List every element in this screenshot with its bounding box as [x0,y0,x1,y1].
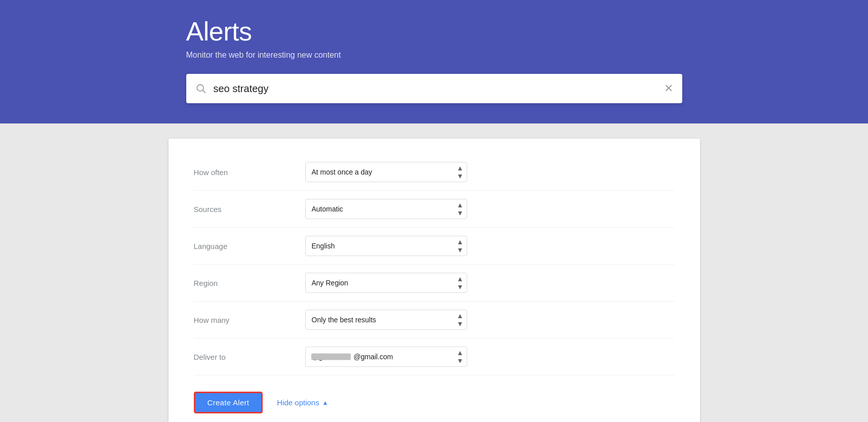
page-title: Alerts [186,16,682,47]
sources-select[interactable]: Automatic News Blogs Web Video Books Dis… [305,199,467,219]
search-input[interactable] [214,83,664,95]
sources-select-wrapper: Automatic News Blogs Web Video Books Dis… [305,199,467,219]
language-row: Language English Spanish French German C… [194,228,675,265]
language-select-wrapper: English Spanish French German Chinese Ja… [305,236,467,256]
how-often-label: How often [194,168,305,177]
page-header: Alerts Monitor the web for interesting n… [0,0,868,123]
region-select-wrapper: Any Region United States United Kingdom … [305,273,467,293]
main-content: How often At most once a day As-it-happe… [0,123,868,422]
footer-row: Create Alert Hide options ▲ [194,388,675,413]
language-label: Language [194,242,305,250]
language-select[interactable]: English Spanish French German Chinese Ja… [305,236,467,256]
how-many-row: How many Only the best results All resul… [194,302,675,339]
svg-line-1 [202,90,205,93]
options-card: How often At most once a day As-it-happe… [169,139,700,422]
region-label: Region [194,279,305,287]
how-many-label: How many [194,316,305,324]
deliver-to-row: Deliver to @gmail.com ▴▾ [194,339,675,375]
sources-label: Sources [194,205,305,214]
sources-row: Sources Automatic News Blogs Web Video B… [194,191,675,228]
deliver-to-select[interactable]: @gmail.com [305,347,467,367]
region-select[interactable]: Any Region United States United Kingdom … [305,273,467,293]
how-often-row: How often At most once a day As-it-happe… [194,154,675,191]
hide-options-button[interactable]: Hide options ▲ [277,398,328,407]
deliver-to-select-wrapper: @gmail.com ▴▾ [305,347,467,367]
page-subtitle: Monitor the web for interesting new cont… [186,51,682,60]
clear-icon[interactable]: ✕ [664,82,673,95]
hide-options-arrow-icon: ▲ [322,399,328,406]
how-often-select-wrapper: At most once a day As-it-happens At most… [305,162,467,182]
region-row: Region Any Region United States United K… [194,265,675,302]
create-alert-button[interactable]: Create Alert [194,392,263,413]
search-icon [195,83,206,94]
hide-options-label: Hide options [277,398,319,407]
how-many-select-wrapper: Only the best results All results ▴▾ [305,310,467,330]
how-often-select[interactable]: At most once a day As-it-happens At most… [305,162,467,182]
deliver-to-label: Deliver to [194,353,305,361]
how-many-select[interactable]: Only the best results All results [305,310,467,330]
search-bar: ✕ [186,74,682,103]
